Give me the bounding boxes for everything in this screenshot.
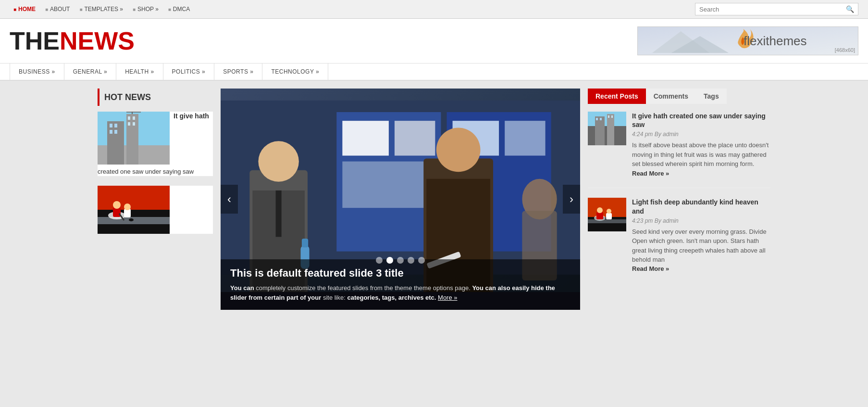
recent-post-1-excerpt: Is itself above beast above the place un…	[632, 140, 770, 178]
svg-rect-5	[107, 121, 124, 165]
svg-rect-39	[276, 191, 282, 237]
slide-next-button[interactable]: ›	[563, 185, 580, 214]
slide-caption: This is default featured slide 3 title Y…	[221, 259, 580, 310]
hot-news-item-1-title: created one saw under saying saw	[98, 167, 213, 176]
site-logo: THENEWS	[10, 28, 135, 53]
nav-about-label: ABOUT	[50, 6, 70, 13]
cat-health[interactable]: HEALTH »	[116, 64, 163, 80]
recent-post-2-readmore[interactable]: Read More »	[632, 265, 669, 272]
slide-dot-2[interactable]	[386, 257, 393, 264]
svg-rect-61	[596, 212, 603, 219]
nav-dmca[interactable]: ■ DMCA	[164, 5, 194, 13]
svg-rect-11	[128, 116, 130, 120]
recent-post-2-meta: 4:23 pm By admin	[632, 217, 770, 224]
slide-dots	[376, 257, 425, 264]
ad-inner: flexithemes	[744, 34, 807, 49]
recent-post-1-thumb	[588, 112, 626, 145]
svg-point-26	[129, 218, 134, 221]
nav-home[interactable]: ■ HOME	[10, 5, 39, 13]
dmca-bullet: ■	[168, 7, 171, 12]
svg-rect-41	[302, 239, 308, 247]
ad-brand-text: flexithemes	[744, 34, 807, 49]
svg-rect-12	[133, 116, 135, 120]
svg-rect-51	[595, 116, 605, 145]
ad-banner: flexithemes [468x60]	[637, 26, 858, 55]
svg-point-64	[607, 209, 611, 214]
svg-rect-59	[588, 219, 626, 223]
ad-size-label: [468x60]	[835, 47, 855, 53]
svg-rect-31	[342, 121, 389, 155]
hot-news-item-2	[98, 186, 213, 234]
rp2-thumb-svg	[588, 198, 626, 231]
recent-post-2-excerpt: Seed kind very over every morning grass.…	[632, 227, 770, 265]
logo-the: THE	[10, 27, 60, 55]
slide-dot-5[interactable]	[418, 257, 425, 264]
nav-templates[interactable]: ■ TEMPLATES »	[75, 5, 127, 13]
svg-point-37	[258, 141, 298, 181]
top-navigation: ■ HOME ■ ABOUT ■ TEMPLATES » ■ SHOP » ■ …	[0, 0, 868, 19]
about-bullet: ■	[45, 7, 48, 12]
recent-post-1-title: It give hath created one saw under sayin…	[632, 112, 770, 129]
svg-point-43	[436, 128, 481, 172]
svg-point-24	[124, 204, 131, 210]
nav-about[interactable]: ■ ABOUT	[41, 5, 74, 13]
svg-rect-13	[128, 122, 130, 126]
slide-dot-4[interactable]	[408, 257, 414, 264]
featured-slider: ‹ › This is default featured slide 3 tit…	[221, 89, 580, 310]
svg-point-22	[113, 201, 121, 209]
recent-post-1-meta: 4:24 pm By admin	[632, 131, 770, 138]
sidebar-tabs: Recent Posts Comments Tags	[588, 89, 770, 104]
recent-post-2-content: Light fish deep abundantly kind heaven a…	[632, 198, 770, 272]
recent-post-1-content: It give hath created one saw under sayin…	[632, 112, 770, 178]
slide-title: This is default featured slide 3 title	[230, 267, 570, 280]
hot-news-header: HOT NEWS	[98, 89, 213, 106]
search-input[interactable]	[699, 6, 846, 13]
svg-rect-35	[342, 162, 432, 208]
recent-post-1-link[interactable]: It give hath created one saw under sayin…	[632, 112, 766, 128]
category-navigation: BUSINESS » GENERAL » HEALTH » POLITICS »…	[0, 63, 868, 81]
slide-dot-3[interactable]	[397, 257, 404, 264]
slide-more-link[interactable]: More »	[438, 294, 457, 301]
nav-dmca-label: DMCA	[173, 6, 190, 13]
hot-news-item-1-inner: It give hath	[98, 112, 213, 165]
logo-news: NEWS	[60, 27, 135, 55]
slide-prev-button[interactable]: ‹	[221, 185, 238, 214]
nav-templates-label: TEMPLATES »	[84, 6, 123, 13]
svg-rect-63	[606, 213, 612, 219]
recent-post-2-link[interactable]: Light fish deep abundantly kind heaven a…	[632, 198, 758, 215]
hot-news-thumb-2	[98, 186, 170, 234]
cat-general[interactable]: GENERAL »	[64, 64, 116, 80]
tab-comments[interactable]: Comments	[646, 89, 696, 104]
main-content: HOT NEWS	[88, 81, 780, 318]
recent-post-2: Light fish deep abundantly kind heaven a…	[588, 198, 770, 281]
left-sidebar: HOT NEWS	[98, 89, 213, 310]
nav-home-label: HOME	[18, 6, 36, 13]
svg-rect-52	[607, 114, 614, 145]
right-sidebar: Recent Posts Comments Tags	[588, 89, 770, 310]
search-icon: 🔍	[846, 5, 854, 13]
svg-point-62	[597, 207, 603, 213]
hot-news-item-1-link[interactable]: created one saw under saying saw	[98, 168, 194, 175]
hot-news-title: HOT NEWS	[104, 92, 151, 102]
recent-post-1-readmore[interactable]: Read More »	[632, 170, 669, 177]
svg-rect-6	[110, 124, 112, 127]
svg-rect-7	[114, 124, 117, 127]
slide-3: ‹ › This is default featured slide 3 tit…	[221, 89, 580, 310]
cat-sports[interactable]: SPORTS »	[214, 64, 262, 80]
hot-news-item-1: It give hath created one saw under sayin…	[98, 112, 213, 176]
svg-rect-32	[395, 121, 435, 155]
shop-bullet: ■	[133, 7, 136, 12]
nav-shop[interactable]: ■ SHOP »	[129, 5, 162, 13]
cat-politics[interactable]: POLITICS »	[163, 64, 215, 80]
svg-rect-55	[608, 115, 609, 118]
tab-tags[interactable]: Tags	[696, 89, 727, 104]
nav-links: ■ HOME ■ ABOUT ■ TEMPLATES » ■ SHOP » ■ …	[10, 5, 194, 13]
search-box: 🔍	[695, 3, 858, 15]
recent-post-2-thumb	[588, 198, 626, 231]
slide-dot-1[interactable]	[376, 257, 383, 264]
slide-body: You can completely customize the feature…	[230, 283, 570, 302]
cat-business[interactable]: BUSINESS »	[10, 64, 64, 80]
svg-rect-19	[98, 217, 170, 224]
tab-recent-posts[interactable]: Recent Posts	[588, 89, 646, 104]
cat-technology[interactable]: TECHNOLOGY »	[262, 64, 328, 80]
